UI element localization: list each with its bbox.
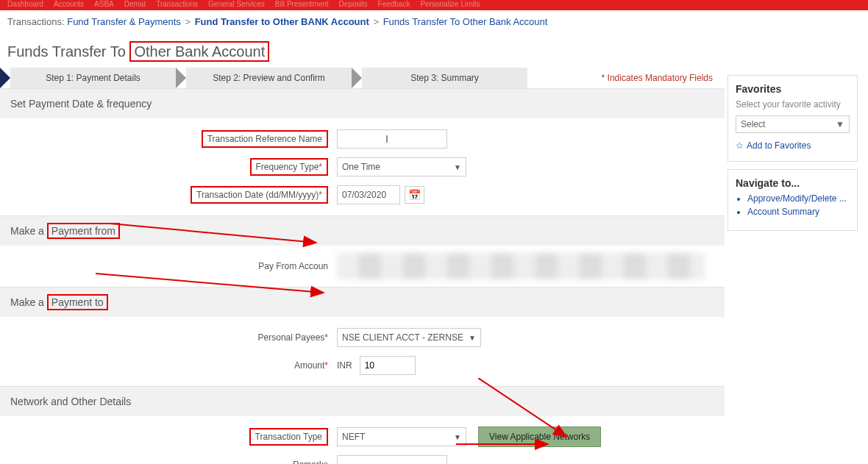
amount-input[interactable]	[360, 356, 416, 375]
frequency-type-select[interactable]: One Time ▼	[337, 157, 466, 176]
currency-label: INR	[337, 360, 352, 371]
favorites-select[interactable]: Select ▼	[736, 115, 850, 133]
nav-item[interactable]: Bill Presentment	[275, 0, 329, 8]
breadcrumb: Transactions: Fund Transfer & Payments >…	[0, 10, 868, 30]
favorites-title: Favorites	[736, 83, 850, 95]
payee-select[interactable]: NSE CLIENT ACCT - ZERNSE ▼	[337, 328, 481, 347]
section-pre: Make a	[10, 225, 47, 237]
add-to-favorites-link[interactable]: ☆ Add to Favorites	[736, 140, 850, 151]
view-networks-button[interactable]: View Applicable Networks	[478, 426, 601, 447]
nav-item[interactable]: Feedback	[378, 0, 410, 8]
navigate-link[interactable]: Approve/Modify/Delete ...	[747, 193, 850, 204]
nav-item[interactable]: Dashboard	[7, 0, 43, 8]
remarks-input[interactable]	[337, 455, 447, 464]
caret-down-icon: ▼	[836, 119, 844, 129]
nav-item[interactable]: ASBA	[94, 0, 114, 8]
label-frequency-type: Frequency Type*	[0, 158, 332, 176]
section-header-date-freq: Set Payment Date & frequency	[0, 88, 725, 118]
step-2[interactable]: Step 2: Preview and Confirm	[186, 68, 352, 88]
label-txn-ref: Transaction Reference Name	[0, 130, 332, 148]
favorites-select-value: Select	[741, 119, 765, 129]
navigate-link[interactable]: Account Summary	[747, 207, 850, 217]
section-pre: Make a	[10, 296, 47, 308]
nav-item[interactable]: Personalize Limits	[420, 0, 480, 8]
nav-item[interactable]: Demat	[124, 0, 146, 8]
label-pay-from-account: Pay From Accoun	[0, 261, 332, 271]
wizard-steps: Step 1: Payment Details Step 2: Preview …	[0, 68, 725, 88]
caret-down-icon: ▼	[454, 163, 461, 171]
txn-ref-input[interactable]	[337, 129, 447, 149]
label-amount: Amount*	[0, 360, 332, 371]
caret-down-icon: ▼	[469, 334, 476, 342]
section-header-pay-to: Make a Payment to	[0, 287, 725, 317]
top-nav: Dashboard Accounts ASBA Demat Transactio…	[0, 0, 868, 10]
step-1[interactable]: Step 1: Payment Details	[10, 68, 176, 88]
breadcrumb-link[interactable]: Fund Transfer to Other BANK Account	[195, 16, 369, 27]
section-header-network: Network and Other Details	[0, 386, 725, 416]
page-title: Funds Transfer To Other Bank Account	[0, 30, 868, 68]
txn-type-select[interactable]: NEFT ▼	[337, 427, 466, 446]
page-title-pre: Funds Transfer To	[7, 43, 129, 60]
label-personal-payees: Personal Payees*	[0, 332, 332, 343]
label-txn-type: Transaction Type	[0, 428, 332, 446]
pay-from-account-value-redacted	[337, 253, 705, 279]
navigate-title: Navigate to...	[736, 177, 850, 189]
favorites-panel: Favorites Select your favorite activity …	[728, 75, 858, 162]
favorites-subtitle: Select your favorite activity	[736, 99, 850, 110]
txn-type-value: NEFT	[342, 432, 365, 442]
nav-item[interactable]: General Services	[208, 0, 265, 8]
label-txn-date: Transaction Date (dd/MM/yyyy)*	[0, 186, 332, 204]
section-highlight: Payment to	[47, 294, 108, 310]
breadcrumb-current: Funds Transfer To Other Bank Account	[383, 16, 548, 27]
section-highlight: Payment from	[47, 223, 120, 239]
payee-selected-value: NSE CLIENT ACCT - ZERNSE	[342, 332, 463, 343]
nav-item[interactable]: Transactions	[156, 0, 198, 8]
calendar-icon[interactable]: 📅	[405, 186, 424, 204]
text-cursor-icon: I	[385, 133, 388, 145]
star-icon: ☆	[736, 140, 744, 151]
breadcrumb-root: Transactions:	[7, 16, 65, 27]
breadcrumb-link[interactable]: Fund Transfer & Payments	[67, 16, 181, 27]
frequency-type-value: One Time	[342, 162, 380, 172]
add-to-favorites-label: Add to Favorites	[747, 140, 811, 151]
nav-item[interactable]: Deposits	[339, 0, 368, 8]
caret-down-icon: ▼	[454, 433, 461, 441]
label-remarks: Remarks	[0, 460, 332, 464]
page-title-highlight: Other Bank Account	[129, 41, 269, 62]
mandatory-note: * Indicates Mandatory Fields	[602, 73, 725, 83]
section-header-pay-from: Make a Payment from	[0, 215, 725, 246]
txn-date-input[interactable]	[337, 185, 400, 204]
nav-item[interactable]: Accounts	[54, 0, 84, 8]
step-arrow-icon	[176, 68, 186, 88]
step-3[interactable]: Step 3: Summary	[362, 68, 527, 88]
step-arrow-icon	[0, 68, 10, 88]
step-arrow-icon	[352, 68, 362, 88]
navigate-panel: Navigate to... Approve/Modify/Delete ...…	[728, 169, 858, 231]
